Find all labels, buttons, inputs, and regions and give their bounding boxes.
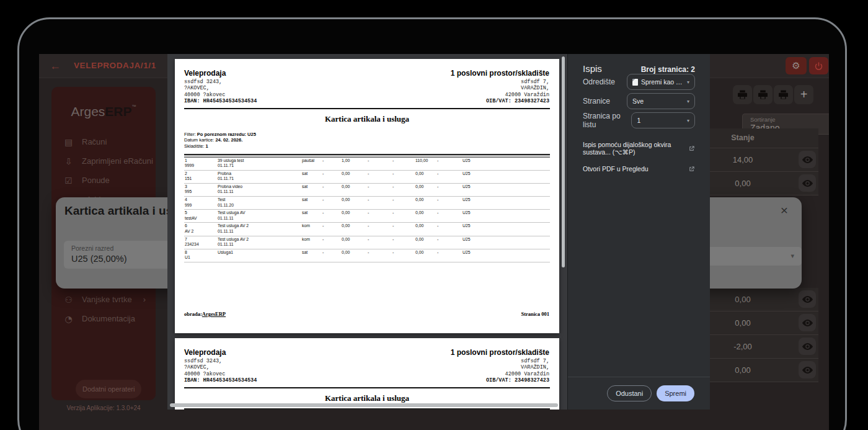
- sidebar-item-icon: ◔: [63, 314, 74, 324]
- print-links: Ispis pomoću dijaloškog okvira sustava..…: [568, 141, 710, 172]
- settings-button[interactable]: ⚙: [786, 57, 807, 74]
- printer-icon: [778, 89, 789, 100]
- chevron-right-icon: ›: [143, 295, 156, 304]
- divider: [184, 387, 550, 388]
- meta-line: Filter: Po poreznom razredu: U25: [184, 132, 559, 138]
- location-oib: OIB/VAT: 23498327423: [451, 377, 549, 384]
- eye-icon: [802, 317, 813, 329]
- external-link-icon: [688, 145, 695, 152]
- save-button[interactable]: Spremi: [657, 385, 694, 401]
- company-block: Veleprodaja ssdfsd 3243, ?AKOVEC, 40000 …: [184, 349, 257, 384]
- print-link[interactable]: Otvori PDF u Pregledu: [583, 165, 695, 172]
- logout-button[interactable]: [809, 57, 828, 74]
- tax-class-label: Porezni razred: [71, 244, 113, 252]
- print-dialog-title: Ispis: [583, 63, 602, 74]
- sidebar-item-icon: ⇩: [63, 156, 74, 166]
- view-button[interactable]: [799, 361, 816, 378]
- print-button-1[interactable]: [733, 85, 752, 104]
- sidebar-nav-bottom: ⚇ Vanjske tvrtke › ◔ Dokumentacija: [51, 290, 156, 328]
- print-link[interactable]: Ispis pomoću dijaloškog okvira sustava..…: [583, 141, 695, 156]
- print-field-select[interactable]: 1 ▾: [631, 112, 695, 128]
- location-name: 1 poslovni prostor/skladište: [451, 70, 549, 77]
- back-arrow-icon[interactable]: ←: [48, 59, 63, 73]
- table-row: 0,00: [710, 359, 818, 382]
- sidebar-item-icon: ☑: [63, 176, 74, 186]
- print-field-value: 1: [637, 117, 684, 124]
- company-iban: IBAN: HR454534534534534: [184, 377, 257, 384]
- close-icon[interactable]: ×: [781, 204, 788, 217]
- tax-class-value: U25 (25,00%): [71, 254, 126, 264]
- print-toolbar: +: [733, 85, 813, 104]
- table-rows-top: 14,00 0,00: [710, 148, 818, 195]
- doc-table-row: 8U1 Usluga1 sat - 0,00 - - 0,00 - U25: [184, 249, 550, 262]
- tablet-frame: ← VELEPRODAJA/1/1 ⚙ ArgesERP™ ▤ Račun: [17, 17, 847, 430]
- company-address: 40000 ?akovec: [184, 92, 257, 99]
- location-address: VARAŽDIN,: [451, 85, 549, 92]
- view-button[interactable]: [799, 338, 816, 355]
- vertical-scrollbar[interactable]: [562, 56, 565, 267]
- view-button[interactable]: [799, 174, 816, 192]
- view-button[interactable]: [799, 151, 816, 168]
- print-field-select[interactable]: Spremi kao PDF ▾: [627, 74, 695, 90]
- print-field-label: Odredište: [583, 78, 615, 86]
- sidebar-item-label: Računi: [82, 137, 107, 146]
- print-field-select[interactable]: Sve ▾: [627, 93, 695, 109]
- printer-icon: [737, 89, 748, 100]
- sidebar-item[interactable]: ▤ Računi: [51, 132, 156, 151]
- sidebar-item-icon: ▤: [63, 137, 74, 147]
- print-field-value: Spremi kao PDF: [641, 78, 684, 86]
- sidebar-item-label: Dokumentacija: [82, 314, 135, 323]
- print-preview-pane: Veleprodaja ssdfsd 3243, ?AKOVEC, 40000 …: [167, 54, 567, 410]
- table-row: 0,00: [710, 288, 818, 311]
- location-address: 42000 Varaždin: [451, 92, 549, 99]
- document-header: Veleprodaja ssdfsd 3243, ?AKOVEC, 40000 …: [175, 59, 559, 105]
- doc-table-row: 19999 39 usluga test01.11.71 paušal - 1,…: [184, 158, 550, 171]
- page-title: VELEPRODAJA/1/1: [74, 61, 156, 70]
- print-button-3[interactable]: [774, 85, 793, 104]
- view-button[interactable]: [799, 290, 816, 308]
- external-link-icon: [688, 166, 695, 172]
- gear-icon: ⚙: [792, 60, 800, 71]
- company-block: Veleprodaja ssdfsd 3243, ?AKOVEC, 40000 …: [184, 70, 257, 105]
- document-footer: obrada:ArgesERP Stranica 001: [184, 311, 549, 317]
- view-button[interactable]: [799, 314, 816, 331]
- row-value: -2,00: [715, 342, 771, 351]
- print-field-row: Stranice Sve ▾: [583, 93, 695, 109]
- sidebar-item[interactable]: ◔ Dokumentacija: [51, 309, 156, 328]
- table-row: 14,00: [710, 148, 818, 172]
- table-row: -2,00: [710, 335, 818, 359]
- table-header-strip: [184, 408, 550, 410]
- print-field-label: Stranice: [583, 97, 610, 105]
- company-name: Veleprodaja: [184, 70, 257, 77]
- logo-text: Arges: [71, 104, 105, 119]
- sidebar-item[interactable]: ⇩ Zaprimljeni eRačuni: [51, 151, 156, 171]
- location-oib: OIB/VAT: 23498327423: [451, 98, 549, 105]
- footer-processing: obrada:ArgesERP: [184, 311, 226, 317]
- location-address: VARAŽDIN,: [451, 364, 549, 371]
- meta-line: Skladište: 1: [184, 143, 559, 150]
- company-address: ?AKOVEC,: [184, 364, 257, 371]
- page-count: Broj stranica: 2: [641, 65, 695, 74]
- app-logo: ArgesERP™: [51, 104, 156, 119]
- print-dialog-footer: Odustani Spremi: [568, 377, 710, 410]
- footer-link: ArgesERP: [202, 311, 226, 317]
- document-title: Kartica artikala i usluga: [175, 114, 559, 124]
- print-button-2[interactable]: [753, 85, 773, 104]
- row-value: 0,00: [715, 179, 771, 188]
- horizontal-scrollbar[interactable]: [170, 403, 558, 407]
- sidebar-item[interactable]: ☑ Ponude: [51, 171, 156, 190]
- pdf-file-icon: [632, 79, 638, 86]
- document-table: 19999 39 usluga test01.11.71 paušal - 1,…: [184, 154, 550, 262]
- company-address: ssdfsd 3243,: [184, 358, 257, 365]
- additional-operators-button[interactable]: Dodatni operateri: [76, 380, 141, 398]
- add-button[interactable]: +: [794, 85, 813, 104]
- cancel-button[interactable]: Odustani: [607, 385, 652, 401]
- printer-icon: [758, 89, 768, 100]
- eye-icon: [802, 177, 813, 189]
- sidebar-item[interactable]: ⚇ Vanjske tvrtke ›: [51, 290, 156, 309]
- document-header: Veleprodaja ssdfsd 3243, ?AKOVEC, 40000 …: [175, 338, 559, 384]
- eye-icon: [802, 341, 813, 352]
- row-value: 0,00: [715, 318, 771, 328]
- print-field-value: Sve: [632, 97, 684, 105]
- footer-page-number: Stranica 001: [521, 311, 549, 317]
